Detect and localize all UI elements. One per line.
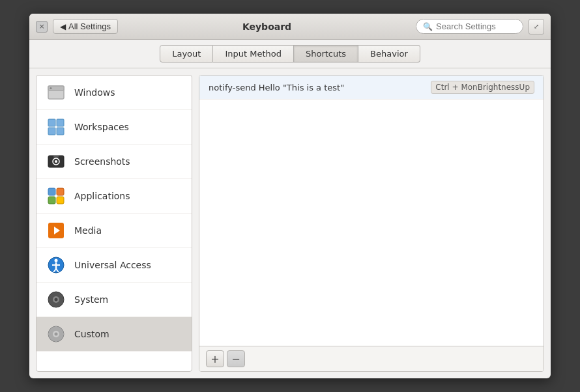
- screenshots-icon: [46, 151, 66, 172]
- svg-rect-27: [55, 305, 57, 307]
- svg-rect-14: [57, 197, 64, 204]
- main-window: × ◀ All Settings Keyboard 🔍 ⤢ Layout Inp…: [29, 14, 551, 378]
- panel-footer: + −: [199, 346, 544, 371]
- sidebar-item-applications-label: Applications: [74, 191, 130, 201]
- sidebar-item-system[interactable]: System: [36, 283, 192, 317]
- remove-shortcut-button[interactable]: −: [227, 350, 245, 367]
- svg-rect-28: [48, 299, 51, 301]
- sidebar-item-system-label: System: [74, 294, 108, 305]
- sidebar-item-workspaces[interactable]: Workspaces: [36, 110, 192, 145]
- search-icon: 🔍: [423, 22, 433, 31]
- sidebar-item-custom[interactable]: Custom: [36, 317, 192, 352]
- svg-rect-36: [61, 333, 64, 335]
- svg-rect-4: [57, 119, 64, 126]
- titlebar: × ◀ All Settings Keyboard 🔍 ⤢: [29, 14, 551, 40]
- sidebar-item-windows[interactable]: Windows: [36, 76, 192, 110]
- media-icon: [46, 220, 66, 241]
- svg-point-32: [55, 333, 58, 336]
- svg-point-25: [55, 298, 58, 301]
- custom-icon: [46, 324, 66, 344]
- svg-rect-6: [57, 128, 64, 135]
- universal-access-icon: [46, 255, 66, 275]
- sidebar-item-media-label: Media: [74, 225, 102, 236]
- sidebar-item-screenshots-label: Screenshots: [74, 156, 130, 167]
- svg-rect-33: [55, 326, 57, 329]
- table-row[interactable]: notify-send Hello "This is a test" Ctrl …: [199, 76, 544, 100]
- tab-input-method[interactable]: Input Method: [213, 45, 294, 63]
- svg-point-18: [55, 259, 58, 262]
- applications-icon: [46, 186, 66, 206]
- sidebar-item-media[interactable]: Media: [36, 214, 192, 248]
- main-panel: notify-send Hello "This is a test" Ctrl …: [199, 75, 544, 372]
- tab-behavior[interactable]: Behavior: [358, 45, 420, 63]
- tab-layout[interactable]: Layout: [160, 45, 213, 63]
- windows-icon: [46, 82, 66, 103]
- sidebar: Windows Workspaces: [36, 75, 192, 372]
- tab-shortcuts[interactable]: Shortcuts: [294, 45, 358, 63]
- search-input[interactable]: [436, 21, 514, 31]
- content-area: Windows Workspaces: [29, 68, 551, 378]
- back-button[interactable]: ◀ All Settings: [53, 19, 118, 34]
- back-button-label: All Settings: [68, 21, 111, 31]
- sidebar-item-screenshots[interactable]: Screenshots: [36, 145, 192, 179]
- close-button[interactable]: ×: [36, 21, 48, 33]
- system-icon: [46, 289, 66, 310]
- sidebar-item-universal-access[interactable]: Universal Access: [36, 248, 192, 283]
- workspaces-icon: [46, 117, 66, 137]
- svg-rect-11: [48, 188, 55, 195]
- svg-rect-10: [53, 156, 59, 158]
- sidebar-item-custom-label: Custom: [74, 329, 109, 339]
- svg-rect-35: [48, 333, 51, 335]
- expand-button[interactable]: ⤢: [529, 19, 544, 35]
- sidebar-item-windows-label: Windows: [74, 87, 115, 98]
- svg-rect-3: [48, 119, 55, 126]
- sidebar-item-applications[interactable]: Applications: [36, 179, 192, 214]
- svg-rect-12: [57, 188, 64, 195]
- svg-point-9: [55, 160, 57, 163]
- search-box[interactable]: 🔍: [416, 19, 523, 34]
- svg-rect-13: [48, 197, 55, 204]
- window-title: Keyboard: [118, 21, 416, 32]
- svg-rect-5: [48, 128, 55, 135]
- tabs-bar: Layout Input Method Shortcuts Behavior: [29, 40, 551, 68]
- svg-rect-29: [61, 299, 64, 301]
- shortcut-keys: Ctrl + MonBrightnessUp: [431, 81, 534, 94]
- svg-point-2: [50, 87, 52, 89]
- sidebar-item-workspaces-label: Workspaces: [74, 122, 129, 132]
- svg-rect-26: [55, 292, 57, 294]
- sidebar-item-universal-access-label: Universal Access: [74, 260, 151, 270]
- shortcut-list: notify-send Hello "This is a test" Ctrl …: [199, 76, 544, 346]
- svg-rect-34: [55, 339, 57, 342]
- shortcut-name: notify-send Hello "This is a test": [209, 83, 344, 92]
- back-arrow-icon: ◀: [60, 22, 66, 31]
- add-shortcut-button[interactable]: +: [206, 350, 224, 367]
